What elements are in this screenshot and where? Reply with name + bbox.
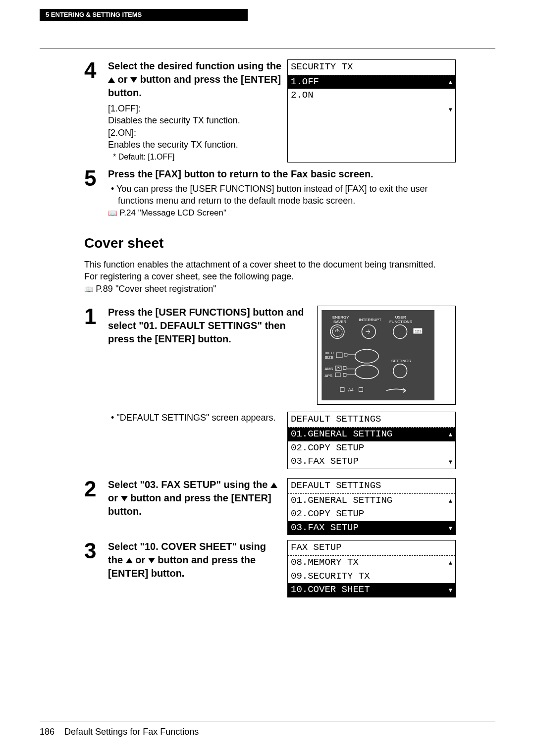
section-cover-sheet: Cover sheet: [84, 234, 456, 253]
lcd-row: 02.COPY SETUP: [288, 507, 455, 521]
down-arrow-icon: [148, 558, 155, 563]
lcd-down-icon: [449, 584, 452, 596]
svg-text:USER: USER: [395, 315, 406, 320]
svg-text:ENERGY: ENERGY: [332, 315, 349, 320]
lcd-row-selected: 10.COVER SHEET: [288, 583, 455, 597]
step-number: 1: [84, 306, 104, 469]
lcd-row: 09.SECURITY TX: [288, 570, 455, 584]
default-note: * Default: [1.OFF]: [108, 152, 283, 162]
svg-text:IXED: IXED: [324, 351, 334, 355]
lcd-default-settings-2: DEFAULT SETTINGS 01.GENERAL SETTING 02.C…: [287, 478, 456, 536]
lcd-down-icon: [449, 103, 452, 116]
cs-step-1: 1 Press the [USER FUNCTIONS] button and …: [84, 306, 456, 469]
cs-step-3: 3 Select "10. COVER SHEET" using the or …: [84, 540, 456, 597]
step-5: 5 Press the [FAX] button to return to th…: [84, 167, 456, 219]
lcd-up-icon: [449, 494, 452, 507]
down-arrow-icon: [130, 77, 137, 83]
cs2-b: or: [108, 492, 121, 503]
cs2-a: Select "03. FAX SETUP" using the: [108, 479, 270, 490]
step4-text-b: or: [118, 74, 131, 85]
cs3-b: or: [135, 554, 148, 565]
svg-text:SAVER: SAVER: [333, 320, 347, 324]
lcd-up-icon: [449, 428, 452, 441]
step5-title: Press the [FAX] button to return to the …: [108, 167, 456, 181]
svg-text:APS: APS: [324, 374, 332, 378]
lcd-fax-setup: FAX SETUP 08.MEMORY TX 09.SECURITY TX 10…: [287, 540, 456, 597]
footer-rule: [40, 721, 495, 721]
up-arrow-icon: [270, 483, 277, 488]
lcd-row: 03.FAX SETUP: [288, 455, 455, 469]
footer-title: Default Settings for Fax Functions: [64, 727, 199, 737]
step5-ref: P.24 "Message LCD Screen": [108, 208, 456, 219]
lcd-row: 02.COPY SETUP: [288, 441, 455, 455]
on-label: [2.ON]:: [108, 127, 283, 139]
step-4: 4 Select the desired function using the …: [84, 59, 456, 162]
lcd-security-tx: SECURITY TX 1.OFF 2.ON: [287, 59, 456, 162]
svg-text:123: 123: [415, 329, 422, 333]
step-number: 3: [84, 540, 104, 597]
section-ref: P.89 "Cover sheet registration": [84, 283, 456, 295]
down-arrow-icon: [121, 496, 128, 501]
lcd-row-selected: 1.OFF: [288, 75, 455, 89]
lcd-title: SECURITY TX: [288, 60, 455, 75]
off-desc: Disables the security TX function.: [108, 114, 283, 126]
on-desc: Enables the security TX function.: [108, 139, 283, 151]
svg-text:A4: A4: [348, 387, 354, 392]
step5-bullet: • You can press the [USER FUNCTIONS] but…: [108, 183, 456, 207]
top-rule: [40, 49, 495, 49]
step-number: 5: [84, 167, 104, 219]
lcd-row: 08.MEMORY TX: [288, 556, 455, 570]
control-panel-illustration: ENERGY SAVER INTERRUPT USER FUNCTIONS: [317, 306, 456, 405]
svg-text:SETTINGS: SETTINGS: [391, 359, 411, 363]
lcd-title: DEFAULT SETTINGS: [288, 412, 455, 428]
lcd-down-icon: [449, 455, 452, 468]
svg-text:SIZE: SIZE: [324, 355, 333, 360]
cs-step-2: 2 Select "03. FAX SETUP" using the or bu…: [84, 478, 456, 536]
lcd-row: 01.GENERAL SETTING: [288, 494, 455, 508]
svg-text:FUNCTIONS: FUNCTIONS: [389, 320, 412, 324]
cs1-bullet: • "DEFAULT SETTINGS" screen appears.: [108, 412, 282, 424]
section-intro: This function enables the attachment of …: [84, 259, 456, 295]
lcd-up-icon: [449, 556, 452, 569]
off-label: [1.OFF]:: [108, 103, 283, 114]
svg-text:AMS: AMS: [324, 367, 333, 371]
cs1-title: Press the [USER FUNCTIONS] button and se…: [108, 306, 312, 346]
svg-text:INTERRUPT: INTERRUPT: [359, 318, 381, 322]
chapter-header: 5 ENTERING & SETTING ITEMS: [40, 9, 248, 21]
lcd-up-icon: [449, 76, 452, 89]
page-number: 186: [40, 727, 54, 737]
footer: 186 Default Settings for Fax Functions: [40, 727, 199, 737]
lcd-row-blank: [288, 103, 455, 116]
step-number: 4: [84, 59, 104, 162]
lcd-row-selected: 01.GENERAL SETTING: [288, 428, 455, 441]
lcd-down-icon: [449, 522, 452, 535]
lcd-row-selected: 03.FAX SETUP: [288, 521, 455, 535]
step-number: 2: [84, 478, 104, 536]
up-arrow-icon: [126, 558, 133, 563]
step4-text-a: Select the desired function using the: [108, 60, 281, 71]
up-arrow-icon: [108, 77, 115, 83]
lcd-title: DEFAULT SETTINGS: [288, 479, 455, 494]
page-content: 4 Select the desired function using the …: [84, 59, 456, 602]
lcd-title: FAX SETUP: [288, 540, 455, 556]
cs2-c: button and press the [ENTER] button.: [108, 492, 271, 517]
lcd-default-settings-1: DEFAULT SETTINGS 01.GENERAL SETTING 02.C…: [287, 412, 456, 469]
lcd-row: 2.ON: [288, 89, 455, 103]
